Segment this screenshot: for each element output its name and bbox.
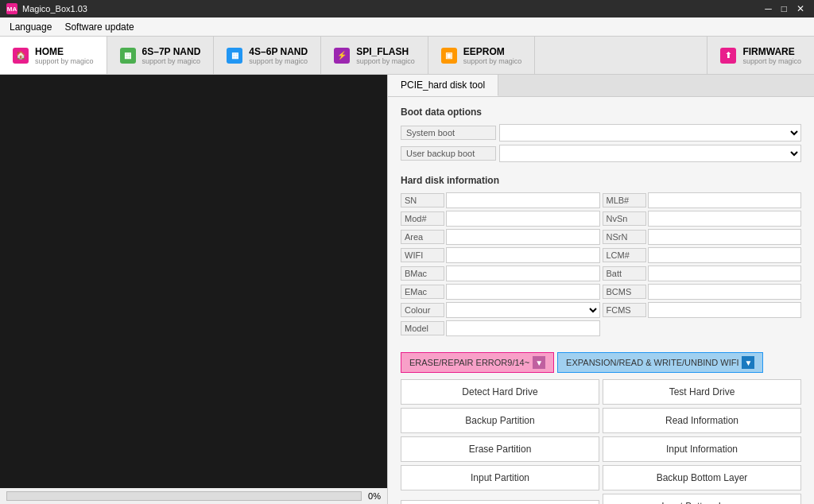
menu-language[interactable]: Language — [3, 20, 58, 34]
hd-sn-row: SN — [401, 192, 600, 208]
stop-button[interactable]: Stop — [401, 500, 599, 504]
boot-data-section: Boot data options System boot User backu… — [388, 97, 814, 175]
nav-tabs: 🏠 HOME support by magico ▦ 6S–7P NAND su… — [0, 37, 814, 75]
tab-4s6p[interactable]: ▦ 4S–6P NAND support by magico — [214, 37, 321, 74]
hd-wifi-label: WIFI — [401, 248, 444, 262]
progress-bar-track — [6, 491, 362, 501]
pcie-tool-tab[interactable]: PCIE_hard disk tool — [388, 75, 498, 96]
hd-batt-label: Batt — [603, 266, 646, 281]
hd-grid: SN Mod# Area WIFI — [401, 192, 801, 336]
hd-nvsn-label: NvSn — [603, 211, 646, 226]
hd-wifi-input[interactable] — [446, 247, 600, 263]
hd-nsrn-input[interactable] — [648, 229, 802, 245]
tab-6s7p[interactable]: ▦ 6S–7P NAND support by magico — [107, 37, 215, 74]
hd-model-label: Model — [401, 321, 444, 335]
tab-spi[interactable]: ⚡ SPI_FLASH support by magico — [321, 37, 428, 74]
hd-lcm-row: LCM# — [603, 247, 802, 263]
tab-spi-sublabel: support by magico — [356, 57, 415, 65]
hard-disk-title: Hard disk information — [401, 175, 801, 186]
hd-bcms-input[interactable] — [648, 284, 802, 300]
menu-bar: Language Software update — [0, 17, 814, 37]
hd-area-input[interactable] — [446, 229, 600, 245]
hd-colour-row: Colour — [401, 302, 600, 318]
close-button[interactable]: ✕ — [793, 3, 808, 14]
hd-col-right: MLB# NvSn NSrN LCM# — [603, 192, 802, 336]
main-content: 0% PCIE_hard disk tool Boot data options… — [0, 75, 814, 504]
left-panel: 0% — [0, 75, 387, 504]
tab-spi-label: SPI_FLASH — [356, 46, 415, 57]
hd-mlb-row: MLB# — [603, 192, 802, 208]
read-information-button[interactable]: Read Information — [603, 408, 801, 433]
6s7p-icon: ▦ — [120, 48, 136, 64]
hd-bcms-row: BCMS — [603, 284, 802, 300]
app-title: Magico_Box1.03 — [22, 4, 87, 14]
hd-wifi-row: WIFI — [401, 247, 600, 263]
eeprom-icon: ▣ — [441, 48, 457, 64]
4s6p-icon: ▦ — [227, 48, 242, 64]
user-backup-boot-row: User backup boot — [401, 145, 801, 162]
hd-bmac-row: BMac — [401, 266, 600, 281]
backup-bottom-layer-button[interactable]: Backup Bottom Layer — [603, 465, 801, 490]
tab-eeprom-label: EEPROM — [463, 46, 522, 57]
menu-software-update[interactable]: Software update — [58, 20, 140, 34]
hd-fcms-label: FCMS — [603, 303, 646, 317]
hd-nsrn-row: NSrN — [603, 229, 802, 245]
app-icon: MA — [6, 3, 17, 14]
boot-options: System boot User backup boot — [401, 124, 801, 162]
test-hard-drive-button[interactable]: Test Hard Drive — [603, 379, 801, 405]
input-information-button[interactable]: Input Information — [603, 436, 801, 462]
minimize-button[interactable]: ─ — [762, 3, 775, 14]
hd-mlb-input[interactable] — [648, 192, 802, 208]
tab-home[interactable]: 🏠 HOME support by magico — [0, 37, 107, 74]
hd-area-label: Area — [401, 230, 444, 244]
title-bar: MA Magico_Box1.03 ─ □ ✕ — [0, 0, 814, 17]
spi-icon: ⚡ — [334, 48, 350, 64]
hd-col-left: SN Mod# Area WIFI — [401, 192, 600, 336]
hd-nvsn-row: NvSn — [603, 211, 802, 227]
window-controls: ─ □ ✕ — [762, 3, 808, 14]
hd-batt-input[interactable] — [648, 266, 802, 281]
expansion-tab-label: EXPANSION/READ & WRITE/UNBIND WIFI — [566, 358, 738, 367]
detect-hard-drive-button[interactable]: Detect Hard Drive — [401, 379, 599, 405]
expansion-arrow: ▼ — [742, 356, 754, 369]
hd-mod-input[interactable] — [446, 211, 600, 227]
user-backup-boot-select[interactable] — [499, 145, 801, 162]
input-bottom-layer-button[interactable]: Input Bottom Layer — [603, 494, 801, 504]
hd-bmac-label: BMac — [401, 266, 444, 281]
tab-6s7p-sublabel: support by magico — [142, 57, 201, 65]
hd-model-input[interactable] — [446, 320, 600, 336]
hd-sn-input[interactable] — [446, 192, 600, 208]
maximize-button[interactable]: □ — [778, 3, 790, 14]
progress-label: 0% — [368, 491, 381, 501]
tab-eeprom[interactable]: ▣ EEPROM support by magico — [428, 37, 536, 74]
hd-nvsn-input[interactable] — [648, 211, 802, 227]
tab-firmware[interactable]: ⬆ FIRMWARE support by magico — [707, 37, 814, 74]
backup-partition-button[interactable]: Backup Partition — [401, 408, 599, 433]
erase-repair-arrow: ▼ — [533, 356, 545, 369]
hd-sn-label: SN — [401, 193, 444, 207]
tab-home-sublabel: support by magico — [35, 57, 94, 65]
firmware-icon: ⬆ — [720, 48, 736, 64]
buttons-grid: Detect Hard Drive Backup Partition Erase… — [401, 379, 801, 504]
tab-firmware-sublabel: support by magico — [742, 57, 801, 65]
boot-data-title: Boot data options — [401, 107, 801, 118]
erase-repair-tab[interactable]: ERASE/REPAIR ERROR9/14~ ▼ — [401, 352, 554, 373]
hd-lcm-input[interactable] — [648, 247, 802, 263]
hd-batt-row: Batt — [603, 266, 802, 281]
input-partition-button[interactable]: Input Partition — [401, 465, 599, 490]
erase-partition-button[interactable]: Erase Partition — [401, 436, 599, 462]
hd-emac-input[interactable] — [446, 284, 600, 300]
expansion-tab[interactable]: EXPANSION/READ & WRITE/UNBIND WIFI ▼ — [557, 352, 763, 373]
hd-fcms-input[interactable] — [648, 302, 802, 318]
home-icon: 🏠 — [13, 48, 29, 64]
tab-home-label: HOME — [35, 46, 94, 57]
system-boot-row: System boot — [401, 124, 801, 142]
tab-6s7p-label: 6S–7P NAND — [142, 46, 201, 57]
action-tabs: ERASE/REPAIR ERROR9/14~ ▼ EXPANSION/READ… — [401, 352, 801, 373]
system-boot-label: System boot — [401, 126, 496, 140]
hd-fcms-row: FCMS — [603, 302, 802, 318]
hd-colour-select[interactable] — [446, 302, 600, 318]
hd-bmac-input[interactable] — [446, 266, 600, 281]
hd-bcms-label: BCMS — [603, 285, 646, 299]
system-boot-select[interactable] — [499, 124, 801, 142]
